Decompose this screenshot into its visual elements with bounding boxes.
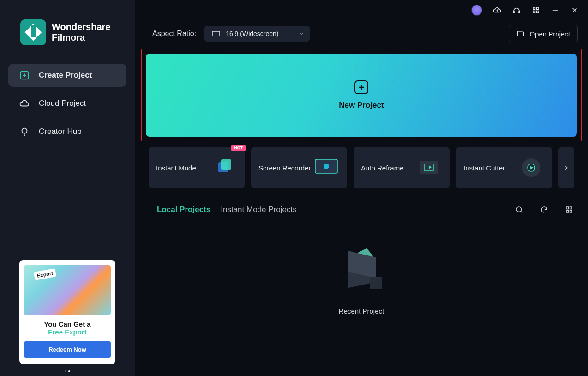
sidebar-item-label: Creator Hub: [39, 127, 82, 136]
chevron-down-icon: [299, 31, 304, 36]
sidebar-item-label: Create Project: [39, 71, 92, 80]
divider: [15, 118, 120, 118]
topbar: Aspect Ratio: 16:9 (Widescreen) Open Pro…: [135, 20, 588, 48]
svg-rect-22: [566, 211, 569, 213]
svg-point-19: [516, 207, 522, 212]
cloud-icon: [19, 98, 30, 109]
widescreen-icon: [212, 31, 220, 36]
logo-text: Wondershare Filmora: [52, 22, 110, 43]
svg-rect-8: [212, 31, 220, 36]
monitor-icon: [314, 158, 338, 177]
mode-screen-recorder[interactable]: Screen Recorder: [251, 147, 347, 188]
apps-icon[interactable]: [532, 6, 540, 14]
open-project-label: Open Project: [529, 30, 570, 38]
empty-box-illustration: [336, 248, 387, 299]
new-project-button[interactable]: + New Project: [146, 54, 577, 137]
svg-point-1: [22, 128, 27, 133]
sidebar-item-label: Cloud Project: [39, 99, 86, 108]
mode-instant-mode[interactable]: Instant Mode HOT: [149, 147, 245, 188]
project-tabs: Local Projects Instant Mode Projects: [139, 188, 583, 214]
promo-line2: Free Export: [24, 328, 111, 336]
crop-icon: [417, 158, 441, 177]
logo-icon: [20, 19, 46, 45]
plus-square-icon: [19, 70, 30, 80]
main: Aspect Ratio: 16:9 (Widescreen) Open Pro…: [135, 0, 588, 376]
svg-rect-2: [513, 11, 515, 13]
sidebar-item-create-project[interactable]: Create Project: [8, 64, 126, 87]
refresh-icon[interactable]: [540, 206, 548, 214]
svg-rect-5: [537, 7, 539, 10]
headphones-icon[interactable]: [512, 6, 521, 14]
tab-instant-mode-projects[interactable]: Instant Mode Projects: [221, 205, 296, 214]
app-logo: Wondershare Filmora: [20, 19, 126, 45]
divider: [15, 90, 120, 90]
cube-icon: [213, 157, 235, 179]
mode-label: Instant Cutter: [463, 164, 505, 172]
search-icon[interactable]: [515, 206, 523, 214]
instant-illustration: [210, 154, 237, 181]
svg-rect-6: [533, 11, 535, 13]
promo-line1: You Can Get a: [24, 320, 111, 328]
mode-auto-reframe[interactable]: Auto Reframe: [354, 147, 450, 188]
new-project-label: New Project: [339, 101, 384, 110]
aspect-ratio-select[interactable]: 16:9 (Widescreen): [204, 26, 310, 42]
mode-label: Auto Reframe: [361, 164, 404, 172]
chevron-right-icon: [563, 164, 570, 171]
highlight-box: + New Project: [141, 49, 582, 141]
promo-image: [24, 265, 111, 315]
mode-scroll-right[interactable]: [558, 147, 574, 188]
svg-rect-7: [537, 11, 539, 13]
grid-view-icon[interactable]: [565, 206, 573, 214]
carousel-dots[interactable]: [65, 370, 70, 372]
svg-rect-3: [518, 11, 520, 13]
close-icon[interactable]: [570, 6, 579, 14]
folder-icon: [516, 30, 525, 38]
tab-local-projects[interactable]: Local Projects: [157, 205, 210, 214]
titlebar: [135, 0, 588, 20]
mode-label: Screen Recorder: [258, 164, 311, 172]
bulb-icon: [19, 127, 30, 137]
cutter-illustration: [518, 154, 545, 181]
redeem-button[interactable]: Redeem Now: [24, 341, 111, 358]
mode-row: Instant Mode HOT Screen Recorder Auto Re…: [149, 147, 579, 188]
svg-point-12: [324, 164, 329, 169]
svg-rect-4: [533, 7, 535, 10]
empty-label: Recent Project: [339, 307, 384, 315]
reframe-illustration: [415, 154, 442, 181]
hot-badge: HOT: [231, 145, 246, 151]
empty-state: Recent Project: [139, 214, 583, 376]
sidebar-item-creator-hub[interactable]: Creator Hub: [8, 120, 126, 143]
promo-card: You Can Get a Free Export Redeem Now: [19, 260, 115, 364]
aspect-ratio-label: Aspect Ratio:: [152, 30, 196, 38]
content: + New Project Instant Mode HOT Screen Re…: [135, 48, 588, 376]
sidebar-item-cloud-project[interactable]: Cloud Project: [8, 92, 126, 115]
aspect-ratio-value: 16:9 (Widescreen): [226, 30, 278, 37]
mode-instant-cutter[interactable]: Instant Cutter: [456, 147, 552, 188]
plus-icon: +: [354, 80, 368, 94]
sidebar: Wondershare Filmora Create Project Cloud…: [0, 0, 135, 376]
reel-icon: [520, 156, 543, 179]
svg-rect-10: [221, 159, 231, 170]
minimize-icon[interactable]: [551, 6, 559, 14]
recorder-illustration: [313, 154, 340, 181]
svg-rect-23: [570, 211, 572, 213]
svg-rect-21: [570, 207, 572, 209]
mode-label: Instant Mode: [156, 164, 196, 172]
open-project-button[interactable]: Open Project: [509, 25, 578, 42]
avatar[interactable]: [472, 5, 482, 15]
svg-rect-20: [566, 207, 569, 209]
cloud-download-icon[interactable]: [493, 6, 501, 14]
